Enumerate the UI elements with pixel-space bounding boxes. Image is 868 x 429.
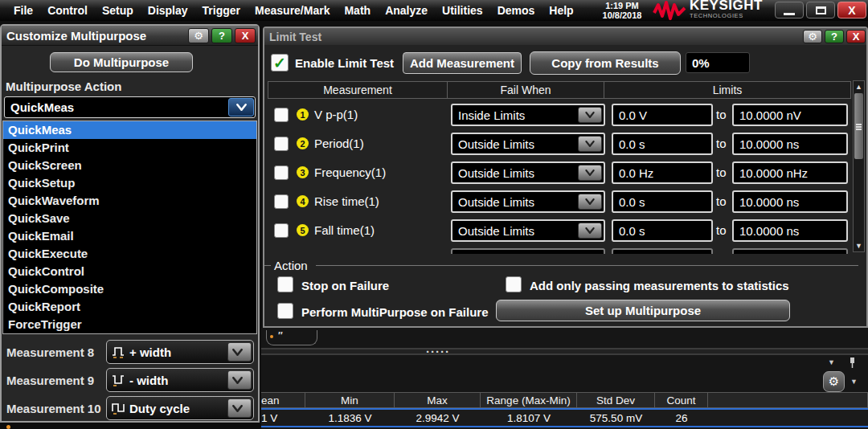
measurement-number-badge: 1	[297, 108, 309, 121]
limit-low-field[interactable]: 0.0 s	[612, 219, 713, 242]
fail-when-dropdown[interactable]: Outside Limits	[451, 190, 605, 213]
chevron-down-icon[interactable]	[228, 98, 254, 116]
help-button[interactable]: ?	[825, 30, 844, 43]
limit-test-dialog: Limit Test ⚙ ? X ✓ Enable Limit Test Add…	[263, 27, 868, 328]
measurement-10-dropdown[interactable]: Duty cycle	[106, 396, 254, 420]
menu-trigger[interactable]: Trigger	[195, 0, 248, 21]
menu-help[interactable]: Help	[542, 0, 580, 21]
list-item-quickmeas[interactable]: QuickMeas	[3, 121, 256, 139]
table-scrollbar[interactable]: ▲ ▼	[853, 80, 865, 252]
limit-low-field[interactable]: 0.0 s	[612, 190, 713, 213]
col-mean: ean	[261, 392, 305, 408]
limit-low-field[interactable]: 0.0 V	[612, 104, 713, 126]
limit-high-field[interactable]: 10.0000 ns	[732, 219, 848, 242]
list-item-forcetrigger[interactable]: ForceTrigger	[3, 316, 256, 333]
fail-when-dropdown[interactable]: Outside Limits	[451, 161, 605, 184]
fail-when-dropdown[interactable]: Inside Limits	[451, 104, 605, 126]
close-dialog-button[interactable]: X	[846, 30, 866, 43]
margin-percent-field[interactable]: 0%	[686, 52, 750, 73]
col-range: Range (Max-Min)	[481, 392, 577, 408]
fail-when-dropdown[interactable]: Outside Limits	[451, 219, 605, 242]
list-item-quicksetup[interactable]: QuickSetup	[3, 174, 256, 192]
measurement-9-value: - width	[129, 374, 168, 387]
measurement-9-dropdown[interactable]: - width	[106, 368, 254, 392]
list-item-quickprint[interactable]: QuickPrint	[3, 139, 256, 157]
list-item-quickreport[interactable]: QuickReport	[3, 298, 256, 316]
chevron-down-icon[interactable]	[578, 136, 602, 152]
menu-display[interactable]: Display	[141, 0, 195, 21]
menu-file[interactable]: File	[6, 0, 40, 21]
pin-icon[interactable]	[849, 357, 856, 369]
clock-time: 1:19 PM	[593, 1, 651, 10]
chevron-down-icon[interactable]	[578, 194, 602, 210]
measurement-10-label: Measurement 10	[6, 402, 106, 415]
menu-control[interactable]: Control	[40, 0, 95, 21]
list-item-quickscreen[interactable]: QuickScreen	[3, 157, 256, 174]
add-passing-checkbox[interactable]	[506, 276, 522, 292]
row-checkbox[interactable]	[274, 108, 289, 122]
copy-from-results-button[interactable]: Copy from Results	[530, 51, 681, 75]
panel-splitter[interactable]: ·····	[261, 348, 868, 355]
list-item-quickemail[interactable]: QuickEmail	[3, 227, 256, 245]
maximize-button[interactable]	[806, 2, 835, 18]
help-button[interactable]: ?	[211, 28, 232, 43]
scroll-down-icon[interactable]: ▼	[854, 240, 864, 251]
statistics-row-selected[interactable]: 1 V 1.1836 V 2.9942 V 1.8107 V 575.50 mV…	[261, 408, 868, 427]
list-item-quickexecute[interactable]: QuickExecute	[3, 245, 256, 263]
add-measurement-button[interactable]: Add Measurement	[403, 52, 522, 74]
limit-high-field[interactable]: 10.0000 nV	[732, 104, 848, 126]
gear-button[interactable]: ⚙	[803, 30, 822, 43]
chevron-down-icon[interactable]	[578, 165, 602, 181]
close-dialog-button[interactable]: X	[235, 28, 256, 43]
panel-dropdown-icon[interactable]: ▼	[828, 358, 835, 366]
fail-when-dropdown[interactable]: Outside Limits	[451, 133, 605, 155]
add-passing-label: Add only passing measurements to statist…	[530, 279, 789, 292]
row-checkbox[interactable]	[274, 137, 289, 151]
limit-low-field[interactable]: 0.0 s	[612, 133, 713, 155]
limit-high-field[interactable]: 10.0000 ns	[732, 190, 848, 213]
stop-on-failure-checkbox[interactable]	[277, 276, 293, 292]
menu-measure-mark[interactable]: Measure/Mark	[248, 0, 337, 21]
menu-analyze[interactable]: Analyze	[378, 0, 435, 21]
customize-titlebar[interactable]: Customize Multipurpose ⚙ ? X	[2, 26, 258, 46]
results-settings-button[interactable]: ⚙	[823, 371, 845, 392]
measurement-name: Rise time(1)	[314, 194, 379, 208]
measurement-8-dropdown[interactable]: + width	[106, 340, 254, 364]
chevron-down-icon[interactable]	[227, 342, 252, 362]
list-item-quickcomposite[interactable]: QuickComposite	[3, 280, 256, 298]
limit-high-field[interactable]: 10.0000 nHz	[732, 161, 848, 184]
menu-demos[interactable]: Demos	[490, 0, 542, 21]
limit-low-field[interactable]: 0.0 Hz	[612, 161, 713, 184]
list-item-quicksave[interactable]: QuickSave	[3, 210, 256, 227]
fail-when-value: Outside Limits	[458, 166, 534, 180]
menu-math[interactable]: Math	[337, 0, 378, 21]
row-checkbox[interactable]	[274, 165, 289, 180]
list-item-quickcontrol[interactable]: QuickControl	[3, 263, 256, 280]
scrollbar-thumb[interactable]	[854, 93, 863, 159]
action-combobox[interactable]: QuickMeas	[4, 96, 256, 118]
close-icon: X	[848, 4, 855, 17]
menu-utilities[interactable]: Utilities	[435, 0, 490, 21]
measurement-name: Frequency(1)	[314, 165, 386, 179]
row-checkbox[interactable]	[274, 194, 289, 209]
close-icon: X	[242, 30, 249, 42]
scroll-up-icon[interactable]: ▲	[854, 81, 864, 92]
settings-dropdown-icon[interactable]: ▼	[850, 378, 858, 386]
chevron-down-icon[interactable]	[578, 107, 602, 123]
limit-high-field[interactable]: 10.0000 ns	[732, 133, 848, 155]
limit-test-titlebar[interactable]: Limit Test ⚙ ? X	[264, 28, 866, 45]
chevron-down-icon[interactable]	[227, 370, 252, 390]
chevron-down-icon[interactable]	[578, 223, 602, 239]
chevron-down-icon[interactable]	[227, 398, 252, 418]
enable-limit-test-checkbox[interactable]: ✓	[271, 54, 289, 72]
collapsed-tab[interactable]: ″	[266, 330, 317, 345]
close-window-button[interactable]: X	[837, 2, 866, 18]
list-item-quickwaveform[interactable]: QuickWaveform	[3, 192, 256, 210]
perform-multipurpose-checkbox[interactable]	[277, 303, 293, 319]
row-checkbox[interactable]	[274, 223, 289, 238]
menu-setup[interactable]: Setup	[95, 0, 141, 21]
setup-multipurpose-button[interactable]: Set up Multipurpose	[496, 300, 790, 321]
gear-button[interactable]: ⚙	[188, 28, 209, 43]
minimize-button[interactable]	[775, 2, 804, 18]
do-multipurpose-button[interactable]: Do Multipurpose	[50, 52, 193, 72]
